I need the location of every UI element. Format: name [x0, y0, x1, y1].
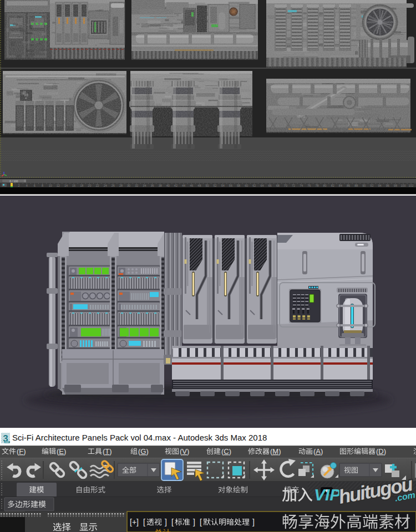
svg-text:12: 12	[57, 184, 60, 187]
svg-text:8: 8	[42, 184, 43, 187]
svg-text:2: 2	[18, 184, 20, 187]
svg-text:[: [	[143, 518, 145, 526]
svg-text:6: 6	[34, 184, 35, 187]
svg-text:(M): (M)	[270, 447, 281, 456]
svg-text:28: 28	[119, 184, 123, 187]
svg-text:MAX: MAX	[5, 441, 9, 443]
svg-text:38: 38	[159, 184, 162, 187]
svg-text:72: 72	[292, 184, 295, 187]
svg-text:52: 52	[214, 184, 217, 187]
svg-text:56: 56	[229, 184, 232, 187]
svg-text:92: 92	[370, 184, 373, 187]
svg-text:42: 42	[174, 184, 177, 187]
svg-text:4: 4	[26, 184, 28, 187]
svg-text:(F): (F)	[17, 447, 26, 456]
svg-text:24: 24	[104, 184, 107, 187]
svg-text:70: 70	[284, 184, 287, 187]
svg-text:34: 34	[143, 184, 146, 187]
svg-text:74: 74	[300, 184, 303, 187]
svg-text:14: 14	[64, 184, 68, 187]
svg-text:10: 10	[49, 184, 52, 187]
svg-text:88: 88	[354, 184, 358, 187]
svg-text:84: 84	[339, 184, 342, 187]
svg-text:32: 32	[135, 184, 138, 187]
svg-text:30: 30	[127, 184, 130, 187]
svg-text:64: 64	[260, 184, 263, 187]
svg-text:16: 16	[72, 184, 75, 187]
svg-text:(G): (G)	[138, 447, 149, 456]
svg-text:]: ]	[193, 518, 195, 526]
svg-text:[+]: [+]	[130, 518, 139, 526]
svg-text:20: 20	[88, 184, 91, 187]
svg-text:(A): (A)	[313, 447, 323, 456]
svg-text:50: 50	[205, 184, 209, 187]
svg-text:98: 98	[394, 184, 397, 187]
svg-text:76: 76	[307, 184, 311, 187]
svg-text:(C): (C)	[221, 447, 231, 456]
svg-text:0 / 100: 0 / 100	[9, 180, 18, 183]
svg-text:46: 46	[190, 184, 193, 187]
svg-text:40: 40	[166, 184, 170, 187]
svg-text:44: 44	[182, 184, 185, 187]
svg-text:(V): (V)	[180, 447, 189, 456]
svg-text:[: [	[171, 518, 174, 526]
svg-text:(T): (T)	[103, 447, 112, 456]
svg-text:80: 80	[323, 184, 327, 187]
svg-text:]: ]	[165, 518, 167, 526]
svg-text:62: 62	[252, 184, 256, 187]
svg-text:[: [	[200, 518, 202, 526]
svg-text:60: 60	[245, 184, 248, 187]
svg-text:48: 48	[197, 184, 201, 187]
svg-text:18: 18	[80, 184, 83, 187]
svg-text:82: 82	[331, 184, 334, 187]
svg-text:58: 58	[237, 184, 240, 187]
svg-text:]: ]	[252, 518, 255, 526]
svg-text:(E): (E)	[57, 447, 66, 456]
svg-text:78: 78	[315, 184, 318, 187]
svg-text:66: 66	[268, 184, 272, 187]
svg-text:Sci-Fi Architecture Panels Pac: Sci-Fi Architecture Panels Pack vol 04.m…	[12, 433, 267, 442]
svg-text:68: 68	[276, 184, 280, 187]
svg-text:22: 22	[95, 184, 99, 187]
svg-text:90: 90	[362, 184, 366, 187]
svg-text:100: 100	[400, 184, 405, 187]
svg-text:94: 94	[378, 184, 382, 187]
svg-text:96: 96	[386, 184, 389, 187]
svg-text:86: 86	[347, 184, 350, 187]
svg-text:26: 26	[111, 184, 115, 187]
svg-text:54: 54	[221, 184, 225, 187]
svg-text:36: 36	[150, 184, 154, 187]
svg-text:(D): (D)	[376, 447, 386, 456]
svg-text:102: 102	[409, 184, 414, 187]
